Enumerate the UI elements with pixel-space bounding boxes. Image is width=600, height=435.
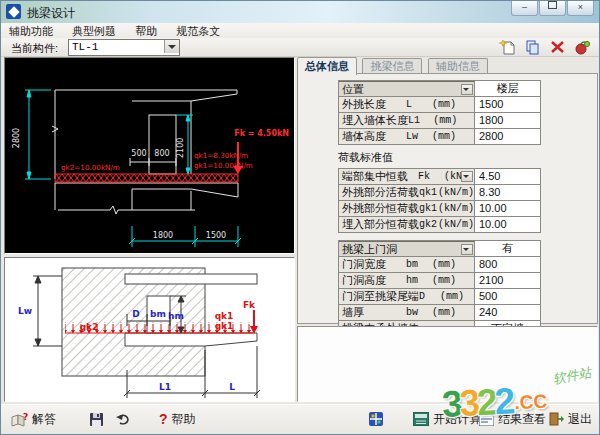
door-value[interactable]: 有 [475, 241, 540, 256]
delete-x-icon [552, 42, 563, 52]
table-row: 门洞高度 hm (mm) 2100 [339, 273, 540, 289]
row-value-input[interactable]: 10.00 [475, 217, 540, 232]
tab-beam-info[interactable]: 挑梁信息 [362, 58, 422, 73]
table-row: 位置 楼层 [339, 81, 540, 97]
location-value[interactable]: 楼层 [475, 81, 540, 96]
gk1-label: gk1 [215, 321, 234, 331]
load-section-title: 荷载标准值 [338, 150, 597, 165]
row-value-input[interactable]: 240 [475, 305, 540, 320]
start-calc-button[interactable]: 开始计算 [413, 410, 481, 428]
row-label: 门洞至挑梁尾端 [342, 289, 419, 304]
row-unit: (mm) [432, 129, 474, 144]
row-value-input[interactable]: 800 [475, 257, 540, 272]
door-select[interactable]: 挑梁上门洞 [339, 241, 475, 256]
output-panel [297, 326, 598, 402]
exit-door-icon [549, 412, 564, 426]
combo-dropdown-button[interactable] [164, 40, 179, 53]
row-value-input[interactable]: 1800 [475, 113, 540, 128]
answer-button[interactable]: ? 解答 [11, 410, 56, 428]
menu-bar: 辅助功能 典型例题 帮助 规范条文 [1, 23, 599, 39]
l-label: L [229, 382, 235, 392]
location-select[interactable]: 位置 [339, 81, 475, 96]
row-symbol: bm [406, 257, 432, 272]
app-icon [6, 4, 21, 19]
row-symbol: L [406, 97, 432, 112]
tab-general-info[interactable]: 总体信息 [297, 57, 357, 75]
row-symbol: L1 [408, 113, 433, 128]
load-table: 端部集中恒载 Fk (kN) 4.50 外挑部分活荷载 qk1 (kN/m) 8… [338, 168, 541, 233]
row-value-input[interactable]: 10.00 [475, 201, 540, 216]
qk1-load-label: qk1=8.30kN/m [194, 151, 248, 160]
hm-label: hm [168, 311, 184, 321]
save-button[interactable] [89, 410, 104, 428]
status-bar: ? 解答 ? 帮助 [1, 404, 599, 434]
tools-button[interactable] [369, 410, 383, 428]
row-unit: (mm) [432, 257, 474, 272]
row-symbol: gk1 [419, 201, 438, 216]
row-symbol: qk1 [419, 185, 438, 200]
component-combobox[interactable]: TL-1 [68, 39, 180, 56]
minimize-button[interactable]: – [511, 1, 538, 16]
row-value-input[interactable]: 8.30 [475, 185, 540, 200]
row-value-input[interactable]: 500 [475, 289, 540, 304]
maximize-button[interactable] [539, 1, 566, 16]
row-unit: (mm) [432, 273, 474, 288]
chevron-down-icon[interactable] [461, 171, 473, 182]
delete-component-button[interactable] [549, 39, 566, 55]
row-symbol: gk2 [419, 217, 438, 232]
result-window-icon [479, 412, 494, 426]
row-label: 墙体高度 [342, 129, 406, 144]
row-value-input[interactable]: 1500 [475, 97, 540, 112]
table-row: 门洞宽度 bm (mm) 800 [339, 257, 540, 273]
chevron-down-icon[interactable] [461, 244, 473, 255]
new-component-button[interactable] [499, 39, 516, 55]
copy-component-button[interactable] [524, 39, 541, 55]
row-value-input[interactable]: 4.50 [475, 169, 540, 184]
undo-icon [115, 412, 131, 427]
row-unit: (mm) [440, 289, 474, 304]
row-label: 外挑部分活荷载 [342, 185, 419, 200]
table-row: 端部集中恒载 Fk (kN) 4.50 [339, 169, 540, 185]
svg-text:?: ? [23, 412, 28, 422]
fk-label: Fk [243, 300, 256, 310]
close-button[interactable]: × [567, 1, 594, 16]
maximize-icon [548, 1, 557, 9]
dim-500: 500 [131, 149, 146, 158]
chevron-down-icon[interactable] [461, 84, 473, 95]
table-row: 墙厚 bw (mm) 240 [339, 305, 540, 321]
apple-button[interactable] [574, 39, 591, 55]
tab-aux-info[interactable]: 辅助信息 [428, 58, 488, 73]
undo-button[interactable] [115, 410, 131, 428]
slab [125, 274, 257, 284]
row-symbol: hm [406, 273, 432, 288]
exit-button[interactable]: 退出 [549, 410, 592, 428]
component-label: 当前构件: [11, 41, 58, 56]
table-row: 外挑部分恒荷载 gk1 (kN/m) 10.00 [339, 201, 540, 217]
row-value-input[interactable]: 2800 [475, 129, 540, 144]
view-results-button[interactable]: 结果查看 [479, 410, 546, 428]
table-row: 挑梁上门洞 有 [339, 241, 540, 257]
row-unit: (mm) [432, 305, 474, 320]
row-symbol: Lw [406, 129, 432, 144]
row-unit: (kN/m) [438, 201, 474, 216]
row-label: 端部集中恒载 [342, 169, 418, 184]
row-unit: (kN/m) [438, 185, 474, 200]
tab-bar: 总体信息 挑梁信息 辅助信息 [297, 56, 489, 73]
dim-2800: 2800 [12, 128, 21, 148]
dim-2100: 2100 [176, 138, 185, 158]
cad-drawing-panel: 500 800 2100 2800 1800 1500 Fk = 4.50kN … [4, 57, 295, 254]
table-row: 埋入部分恒荷载 gk2 (kN/m) 10.00 [339, 217, 540, 233]
row-label: 挑梁上门洞 [342, 242, 474, 256]
row-symbol: D [419, 289, 440, 304]
row-value-input[interactable]: 2100 [475, 273, 540, 288]
table-row: 门洞至挑梁尾端 D (mm) 500 [339, 289, 540, 305]
l1-label: L1 [159, 382, 171, 392]
row-unit: (kN/m) [438, 217, 474, 232]
row-unit: (mm) [433, 113, 474, 128]
distributed-load-band [55, 174, 238, 182]
help-button[interactable]: ? 帮助 [159, 410, 196, 428]
table-row: 埋入墙体长度 L1 (mm) 1800 [339, 113, 540, 129]
row-label: 墙厚 [342, 305, 406, 320]
door-table: 挑梁上门洞 有 门洞宽度 bm (mm) 800 门洞高度 [338, 240, 541, 337]
lw-label: Lw [18, 306, 32, 316]
